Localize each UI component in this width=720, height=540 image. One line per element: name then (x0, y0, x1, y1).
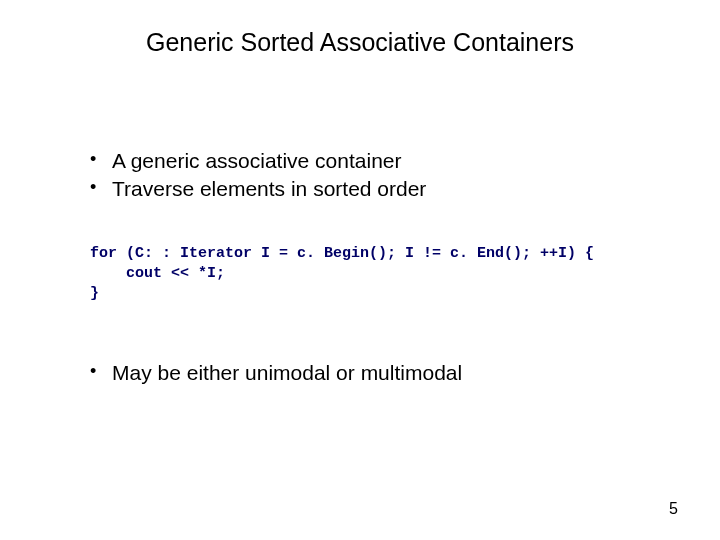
slide-title: Generic Sorted Associative Containers (90, 28, 630, 57)
bullet-item: Traverse elements in sorted order (90, 175, 670, 203)
page-number: 5 (669, 500, 678, 518)
code-line: for (C: : Iterator I = c. Begin(); I != … (90, 245, 594, 262)
bullet-item: May be either unimodal or multimodal (90, 359, 670, 387)
code-block: for (C: : Iterator I = c. Begin(); I != … (50, 244, 670, 305)
code-line: } (90, 285, 99, 302)
bullet-item: A generic associative container (90, 147, 670, 175)
bullet-list-1: A generic associative container Traverse… (50, 147, 670, 204)
slide-container: Generic Sorted Associative Containers A … (0, 0, 720, 540)
bullet-list-2: May be either unimodal or multimodal (50, 359, 670, 387)
code-line: cout << *I; (90, 265, 225, 282)
